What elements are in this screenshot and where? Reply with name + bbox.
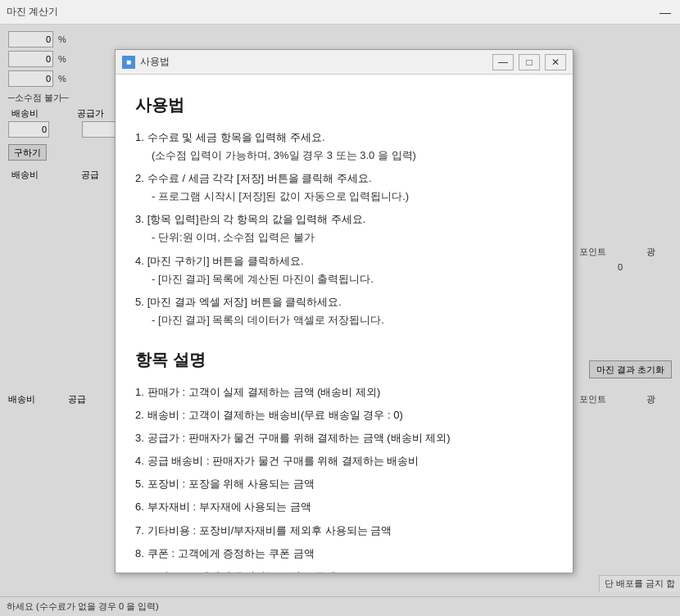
item-7-text: 기타비용 : 포장비/부자재비를 제외후 사용되는 금액 xyxy=(147,522,392,540)
section-title-1: 사용법 xyxy=(135,91,553,119)
item-1: 1. 판매가 : 고객이 실제 결제하는 금액 (배송비 제외) xyxy=(135,383,553,401)
step-4-text: [마진 구하기] 버튼을 클릭하세요. xyxy=(147,252,304,270)
step-5-sub: - [마진 결과] 목록의 데이터가 액셀로 저장됩니다. xyxy=(135,311,553,329)
step-2-text: 수수료 / 세금 각각 [저장] 버튼을 클릭해 주세요. xyxy=(147,170,372,188)
item-1-text: 판매가 : 고객이 실제 결제하는 금액 (배송비 제외) xyxy=(147,383,381,401)
step-3-number: 3. xyxy=(135,211,144,229)
item-1-number: 1. xyxy=(135,383,144,401)
dialog-minimize-button[interactable]: — xyxy=(492,54,514,70)
step-4: 4. [마진 구하기] 버튼을 클릭하세요. - [마진 결과] 목록에 계산된… xyxy=(135,252,553,288)
step-2-sub: - 프로그램 시작시 [저장]된 값이 자동으로 입력됩니다.) xyxy=(135,188,553,206)
item-9: 9. 포인트 : 고객에게 증정하는 포인트 금액 xyxy=(135,568,553,573)
item-4: 4. 공급 배송비 : 판매자가 물건 구매를 위해 결제하는 배송비 xyxy=(135,452,553,470)
dialog-title-bar: ■ 사용법 — □ ✕ xyxy=(116,50,573,75)
item-9-text: 포인트 : 고객에게 증정하는 포인트 금액 xyxy=(147,568,336,573)
step-5: 5. [마진 결과 엑셀 저장] 버튼을 클릭하세요. - [마진 결과] 목록… xyxy=(135,293,553,329)
dialog-title-text: 사용법 xyxy=(140,55,487,69)
item-6-number: 6. xyxy=(135,498,144,516)
steps-list: 1. 수수료 및 세금 항목을 입력해 주세요. (소수점 입력이 가능하며, … xyxy=(135,129,553,329)
item-5: 5. 포장비 : 포장을 위해 사용되는 금액 xyxy=(135,475,553,493)
step-1-text: 수수료 및 세금 항목을 입력해 주세요. xyxy=(147,129,325,147)
dialog-close-button[interactable]: ✕ xyxy=(545,54,566,70)
item-6-text: 부자재비 : 부자재에 사용되는 금액 xyxy=(147,498,311,516)
step-5-number: 5. xyxy=(135,293,144,311)
step-2: 2. 수수료 / 세금 각각 [저장] 버튼을 클릭해 주세요. - 프로그램 … xyxy=(135,170,553,206)
step-1: 1. 수수료 및 세금 항목을 입력해 주세요. (소수점 입력이 가능하며, … xyxy=(135,129,553,165)
item-4-number: 4. xyxy=(135,452,144,470)
step-4-number: 4. xyxy=(135,252,144,270)
items-list: 1. 판매가 : 고객이 실제 결제하는 금액 (배송비 제외) 2. 배송비 … xyxy=(135,383,553,573)
item-2: 2. 배송비 : 고객이 결제하는 배송비(무료 배송일 경우 : 0) xyxy=(135,406,553,424)
step-5-text: [마진 결과 엑셀 저장] 버튼을 클릭하세요. xyxy=(147,293,342,311)
app-title-bar: 마진 계산기 — xyxy=(0,0,680,25)
step-1-sub: (소수점 입력이 가능하며, 3%일 경우 3 또는 3.0 을 입력) xyxy=(135,147,553,165)
step-1-number: 1. xyxy=(135,129,144,147)
dialog-content[interactable]: 사용법 1. 수수료 및 세금 항목을 입력해 주세요. (소수점 입력이 가능… xyxy=(116,75,573,573)
item-6: 6. 부자재비 : 부자재에 사용되는 금액 xyxy=(135,498,553,516)
dialog-maximize-button[interactable]: □ xyxy=(519,54,540,70)
item-9-number: 9. xyxy=(135,568,144,573)
dialog-icon: ■ xyxy=(122,56,135,69)
item-5-text: 포장비 : 포장을 위해 사용되는 금액 xyxy=(147,475,315,493)
section-title-2: 항목 설명 xyxy=(135,346,553,374)
item-8-number: 8. xyxy=(135,545,144,563)
step-3: 3. [항목 입력]란의 각 항목의 값을 입력해 주세요. - 단위:원 이며… xyxy=(135,211,553,247)
dialog-window: ■ 사용법 — □ ✕ 사용법 1. 수수료 및 세금 항목을 입력해 주세요.… xyxy=(115,49,573,573)
item-2-number: 2. xyxy=(135,406,144,424)
app-title: 마진 계산기 xyxy=(7,5,657,19)
step-4-sub: - [마진 결과] 목록에 계산된 마진이 출력됩니다. xyxy=(135,270,553,288)
step-3-sub: - 단위:원 이며, 소수점 입력은 불가 xyxy=(135,229,553,247)
item-2-text: 배송비 : 고객이 결제하는 배송비(무료 배송일 경우 : 0) xyxy=(147,406,403,424)
item-7: 7. 기타비용 : 포장비/부자재비를 제외후 사용되는 금액 xyxy=(135,522,553,540)
item-3-number: 3. xyxy=(135,429,144,447)
step-3-text: [항목 입력]란의 각 항목의 값을 입력해 주세요. xyxy=(147,211,366,229)
item-3-text: 공급가 : 판매자가 물건 구매를 위해 결제하는 금액 (배송비 제외) xyxy=(147,429,451,447)
item-8: 8. 쿠폰 : 고객에게 증정하는 쿠폰 금액 xyxy=(135,545,553,563)
step-2-number: 2. xyxy=(135,170,144,188)
item-4-text: 공급 배송비 : 판매자가 물건 구매를 위해 결제하는 배송비 xyxy=(147,452,419,470)
item-7-number: 7. xyxy=(135,522,144,540)
app-minimize-button[interactable]: — xyxy=(657,4,673,20)
item-5-number: 5. xyxy=(135,475,144,493)
item-8-text: 쿠폰 : 고객에게 증정하는 쿠폰 금액 xyxy=(147,545,315,563)
item-3: 3. 공급가 : 판매자가 물건 구매를 위해 결제하는 금액 (배송비 제외) xyxy=(135,429,553,447)
